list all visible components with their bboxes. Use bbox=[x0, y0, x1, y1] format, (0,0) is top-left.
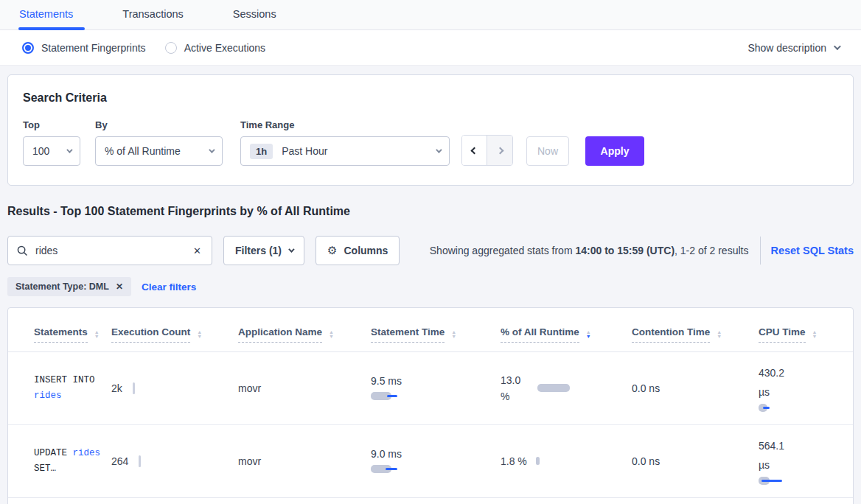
time-range-field: Time Range 1h Past Hour bbox=[240, 119, 450, 166]
search-icon bbox=[17, 245, 28, 256]
show-description-toggle[interactable]: Show description bbox=[747, 42, 839, 54]
execution-count-bar bbox=[139, 455, 141, 467]
top-label: Top bbox=[23, 119, 80, 130]
statements-table: Statements▲▼ Execution Count▲▼ Applicati… bbox=[8, 308, 853, 498]
time-pager bbox=[461, 135, 513, 166]
clear-search-icon[interactable]: ✕ bbox=[192, 245, 203, 256]
chevron-down-icon bbox=[288, 246, 294, 252]
execution-count-cell: 264 bbox=[111, 455, 232, 467]
radio-statement-fingerprints[interactable]: Statement Fingerprints bbox=[22, 42, 146, 54]
column-header-statements[interactable]: Statements▲▼ bbox=[34, 326, 100, 343]
chevron-down-icon bbox=[834, 43, 841, 50]
tab-sessions[interactable]: Sessions bbox=[233, 0, 276, 29]
sort-icon: ▲▼ bbox=[329, 330, 334, 339]
contention-time-cell: 0.0 ns bbox=[632, 424, 759, 497]
statements-table-card: Statements▲▼ Execution Count▲▼ Applicati… bbox=[7, 307, 854, 504]
filters-button[interactable]: Filters (1) bbox=[223, 236, 304, 265]
column-header-statement-time[interactable]: Statement Time▲▼ bbox=[371, 326, 456, 343]
gear-icon: ⚙ bbox=[327, 244, 337, 257]
search-box: ✕ bbox=[7, 236, 212, 265]
radio-selected-icon bbox=[22, 42, 34, 54]
clear-filters-link[interactable]: Clear filters bbox=[142, 281, 196, 293]
sort-icon: ▲▼ bbox=[717, 330, 722, 339]
filter-pill-label: Statement Type: DML bbox=[15, 281, 109, 292]
time-range-select[interactable]: 1h Past Hour bbox=[240, 136, 450, 166]
time-range-value: Past Hour bbox=[282, 145, 436, 157]
cpu-time-line bbox=[763, 407, 770, 409]
execution-count-bar bbox=[133, 382, 135, 394]
remove-filter-icon[interactable]: ✕ bbox=[116, 281, 123, 292]
time-range-badge: 1h bbox=[250, 144, 273, 159]
tab-transactions[interactable]: Transactions bbox=[122, 0, 183, 29]
chevron-down-icon bbox=[209, 147, 215, 153]
column-header-contention-time[interactable]: Contention Time▲▼ bbox=[632, 326, 722, 343]
column-header-runtime-pct[interactable]: % of All Runtime▲▼ bbox=[501, 326, 591, 343]
radio-label: Statement Fingerprints bbox=[41, 42, 146, 54]
sort-icon-active: ▲▼ bbox=[586, 330, 591, 339]
cpu-time-cell: 564.1 µs bbox=[759, 424, 853, 497]
view-toggle-bar: Statement Fingerprints Active Executions… bbox=[0, 30, 861, 66]
statement-fingerprint-cell: INSERT INTO rides bbox=[8, 352, 111, 425]
active-filters-row: Statement Type: DML ✕ Clear filters bbox=[7, 277, 854, 296]
columns-label: Columns bbox=[344, 245, 388, 256]
radio-unselected-icon bbox=[165, 42, 177, 54]
sort-icon: ▲▼ bbox=[451, 330, 456, 339]
top-select-value: 100 bbox=[32, 145, 66, 157]
radio-label: Active Executions bbox=[184, 42, 266, 54]
cpu-time-cell: 430.2 µs bbox=[759, 352, 853, 425]
radio-active-executions[interactable]: Active Executions bbox=[165, 42, 266, 54]
statement-link[interactable]: rides bbox=[73, 448, 101, 458]
filter-pill-statement-type[interactable]: Statement Type: DML ✕ bbox=[7, 277, 131, 296]
application-name-cell: movr bbox=[238, 424, 371, 497]
runtime-pct-cell: 1.8 % bbox=[501, 424, 632, 497]
cpu-time-line bbox=[761, 480, 782, 482]
sort-icon: ▲▼ bbox=[197, 330, 202, 339]
previous-time-button[interactable] bbox=[462, 136, 487, 165]
by-select[interactable]: % of All Runtime bbox=[95, 136, 223, 166]
by-select-value: % of All Runtime bbox=[105, 145, 209, 157]
column-header-application-name[interactable]: Application Name▲▼ bbox=[238, 326, 334, 343]
now-button[interactable]: Now bbox=[526, 136, 569, 166]
results-title: Results - Top 100 Statement Fingerprints… bbox=[7, 205, 854, 218]
runtime-pct-bar bbox=[536, 457, 540, 465]
column-header-cpu-time[interactable]: CPU Time▲▼ bbox=[759, 326, 817, 343]
show-description-label: Show description bbox=[747, 42, 826, 54]
statement-time-line bbox=[386, 468, 397, 470]
filters-label: Filters (1) bbox=[235, 245, 282, 256]
stats-time-range: 14:00 to 15:59 (UTC) bbox=[575, 245, 674, 256]
divider bbox=[760, 237, 761, 265]
statement-fingerprint-cell: UPDATE rides SET… bbox=[8, 424, 111, 497]
sort-icon: ▲▼ bbox=[94, 330, 100, 339]
next-time-button[interactable] bbox=[487, 136, 512, 165]
reset-sql-stats-link[interactable]: Reset SQL Stats bbox=[770, 245, 854, 256]
table-row: INSERT INTO rides 2k movr 9.5 ms 13.0 % … bbox=[8, 352, 853, 425]
application-name-cell: movr bbox=[238, 352, 371, 425]
sort-icon: ▲▼ bbox=[812, 330, 818, 339]
statement-time-cell: 9.5 ms bbox=[371, 352, 501, 425]
column-header-execution-count[interactable]: Execution Count▲▼ bbox=[111, 326, 202, 343]
chevron-down-icon bbox=[66, 147, 72, 153]
chevron-down-icon bbox=[436, 147, 442, 153]
tab-statements[interactable]: Statements bbox=[19, 0, 73, 29]
by-label: By bbox=[95, 119, 223, 130]
statement-time-cell: 9.0 ms bbox=[371, 424, 501, 497]
search-criteria-title: Search Criteria bbox=[23, 91, 838, 105]
statement-link[interactable]: rides bbox=[34, 391, 62, 401]
by-field: By % of All Runtime bbox=[95, 119, 223, 166]
chevron-right-icon bbox=[496, 147, 503, 154]
top-field: Top 100 bbox=[23, 119, 80, 166]
execution-count-cell: 2k bbox=[111, 382, 232, 394]
search-criteria-panel: Search Criteria Top 100 By % of All Runt… bbox=[7, 74, 854, 186]
columns-button[interactable]: ⚙ Columns bbox=[316, 236, 400, 265]
top-select[interactable]: 100 bbox=[23, 136, 80, 166]
top-tab-bar: Statements Transactions Sessions bbox=[0, 0, 861, 30]
statement-time-line bbox=[387, 395, 397, 397]
search-input[interactable] bbox=[35, 245, 192, 256]
chevron-left-icon bbox=[471, 147, 478, 154]
contention-time-cell: 0.0 ns bbox=[632, 352, 759, 425]
aggregated-stats-text: Showing aggregated stats from 14:00 to 1… bbox=[430, 245, 749, 256]
table-row: UPDATE rides SET… 264 movr 9.0 ms 1.8 % … bbox=[8, 424, 853, 497]
time-range-label: Time Range bbox=[240, 119, 450, 130]
results-controls: ✕ Filters (1) ⚙ Columns Showing aggregat… bbox=[7, 236, 854, 265]
apply-button[interactable]: Apply bbox=[585, 136, 644, 166]
